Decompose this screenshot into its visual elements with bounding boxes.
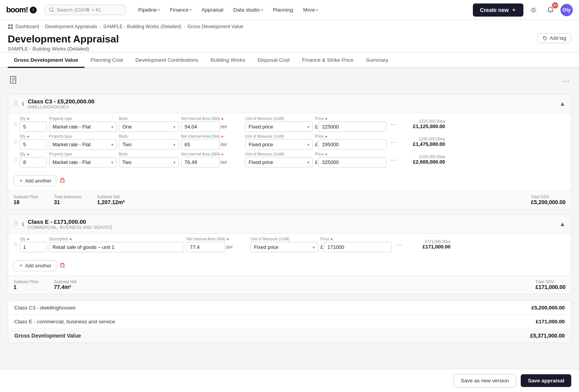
e-row1-desc-input[interactable] — [49, 242, 184, 252]
svg-rect-14 — [11, 24, 13, 26]
c3-row2-uom-label: Unit of Measure (UoM) — [245, 134, 313, 139]
c3-row3-proptype-label: Property type — [49, 152, 117, 156]
c3-row2-beds-select[interactable]: Two — [119, 139, 179, 150]
section-more-icon[interactable]: ⋯ — [562, 76, 570, 86]
tab-building-works[interactable]: Building Works — [204, 53, 251, 68]
c3-sub-plots-value: 18 — [14, 199, 39, 205]
create-new-button[interactable]: Create new ＋ — [473, 3, 523, 17]
breadcrumb-current: Gross Development Value — [188, 24, 244, 29]
nav-planning[interactable]: Planning — [268, 5, 298, 15]
c3-add-another-button[interactable]: ＋ Add another — [14, 175, 56, 186]
c3-row1-uom-select[interactable]: Fixed price — [245, 122, 313, 132]
e-collapse-button[interactable]: ▲ — [559, 221, 565, 228]
pipeline-chevron: ▾ — [158, 8, 160, 12]
nav-more[interactable]: More ▾ — [298, 5, 323, 15]
topnav: boom! ! Search (Ctrl/⌘ + K) Pipeline ▾ F… — [0, 0, 579, 20]
c3-row3-actions: ⋯ — [390, 156, 396, 164]
tab-dev-contributions[interactable]: Development Contributions — [129, 53, 205, 68]
e-row1-qty-label: Qty ★ — [20, 237, 47, 241]
e-row1-qty-input[interactable] — [20, 242, 47, 252]
user-avatar[interactable]: Oly — [560, 4, 573, 16]
c3-row1-nia-input[interactable] — [181, 122, 220, 132]
c3-row2-proptype-select[interactable]: Market rate - Flat — [49, 139, 117, 150]
e-row1-price-input[interactable] — [324, 242, 392, 252]
c3-row2-qty-label: Qty ★ — [20, 134, 47, 139]
nav-pipeline[interactable]: Pipeline ▾ — [134, 5, 164, 15]
e-delete-button[interactable] — [59, 262, 65, 269]
c3-row1-proptype-select[interactable]: Market rate - Flat — [49, 122, 117, 132]
c3-delete-button[interactable] — [59, 177, 65, 184]
c3-row3-proptype-select[interactable]: Market rate - Flat — [49, 157, 117, 167]
tab-planning-cost[interactable]: Planning Cost — [85, 53, 129, 68]
c3-row2-qty-group: Qty ★ — [20, 134, 47, 150]
breadcrumb-sample[interactable]: SAMPLE - Building Works (Detailed) — [103, 24, 181, 29]
c3-row3-nia-wrap: /m² — [181, 157, 243, 167]
c3-sub-plots: Subtotal Plots 18 — [14, 194, 39, 205]
e-info-icon[interactable]: ℹ — [22, 221, 24, 227]
c3-row3-nia-input[interactable] — [181, 157, 220, 167]
c3-row2-nia-input[interactable] — [181, 139, 220, 150]
e-row1-drag[interactable]: ⠿ — [14, 242, 17, 248]
c3-info-icon[interactable]: ℹ — [22, 101, 24, 107]
c3-value: - £5,200,000.00 — [54, 98, 95, 105]
c3-sub-beds: Total bedrooms 31 — [54, 194, 82, 205]
c3-row3-drag[interactable]: ⠿ — [14, 157, 17, 163]
theme-toggle-button[interactable] — [527, 3, 540, 17]
c3-drag-handle[interactable]: ⠿ — [14, 100, 18, 107]
c3-row2-qty-input[interactable] — [20, 139, 47, 150]
c3-row3-qty-input[interactable] — [20, 157, 47, 167]
e-rows: ⠿ Qty ★ Description ★ Net Internal Area … — [8, 234, 571, 258]
c3-row1-qty-input[interactable] — [20, 122, 47, 132]
e-row1-more-button[interactable]: ⋯ — [396, 241, 402, 248]
summary-total-label: Gross Development Value — [14, 333, 530, 339]
c3-row1-price-input[interactable] — [318, 122, 386, 132]
c3-row2-drag[interactable]: ⠿ — [14, 139, 17, 145]
c3-row1-more-button[interactable]: ⋯ — [390, 121, 396, 128]
c3-row2-beds-label: Beds — [119, 134, 179, 139]
c3-row1-drag[interactable]: ⠿ — [14, 121, 17, 127]
e-add-another-button[interactable]: ＋ Add another — [14, 260, 56, 271]
c3-row1-qty-group: Qty ★ — [20, 117, 47, 132]
tab-disposal-cost[interactable]: Disposal Cost — [251, 53, 296, 68]
page-title: Development Appraisal — [8, 33, 119, 45]
c3-row2-price-input[interactable] — [318, 139, 386, 150]
c3-row2-uom-select[interactable]: Fixed price — [245, 139, 313, 150]
e-row1-uom-select[interactable]: Fixed price — [251, 242, 318, 252]
nav-datastudio[interactable]: Data studio ▾ — [229, 5, 267, 15]
c3-collapse-button[interactable]: ▲ — [559, 100, 565, 107]
add-tag-button[interactable]: Add tag — [538, 33, 571, 43]
e-row1-nia-input[interactable] — [186, 242, 225, 252]
c3-row2-nia-group: Net Internal Area (NIA) ★ /m² — [181, 134, 243, 150]
e-drag-handle[interactable]: ⠿ — [14, 220, 18, 228]
e-class-title: Class E - £171,000.00 — [28, 218, 86, 225]
nav-finance[interactable]: Finance ▾ — [165, 5, 196, 15]
tab-summary[interactable]: Summary — [360, 53, 394, 68]
add-tag-label: Add tag — [550, 35, 566, 41]
c3-row1-proptype-group: Property type Market rate - Flat — [49, 117, 117, 132]
c3-row3-beds-select[interactable]: Two — [119, 157, 179, 167]
svg-line-10 — [535, 12, 535, 12]
c3-row3-more-button[interactable]: ⋯ — [390, 156, 396, 164]
c3-row2-nia-unit: /m² — [220, 142, 227, 147]
breadcrumb-dashboard[interactable]: Dashboard — [15, 24, 39, 29]
c3-row1-beds-select[interactable]: One — [119, 122, 179, 132]
nav-links: Pipeline ▾ Finance ▾ Appraisal Data stud… — [134, 5, 323, 15]
logo-icon: ! — [29, 6, 37, 14]
document-icon[interactable] — [9, 76, 18, 86]
nav-appraisal[interactable]: Appraisal — [197, 5, 228, 15]
svg-text:!: ! — [32, 8, 34, 12]
c3-row3-price-input[interactable] — [318, 157, 386, 167]
search-box[interactable]: Search (Ctrl/⌘ + K) — [45, 5, 126, 15]
c3-row1-uom-group: Unit of Measure (UoM) Fixed price — [245, 117, 313, 132]
c3-row3-uom-select[interactable]: Fixed price — [245, 157, 313, 167]
c3-sub-beds-value: 31 — [54, 199, 82, 205]
tabs: Gross Development Value Planning Cost De… — [0, 53, 579, 68]
bc-sep-2: › — [100, 24, 101, 29]
c3-row3-beds-group: Beds Two — [119, 152, 179, 167]
tab-finance[interactable]: Finance & Strike Price — [296, 53, 360, 68]
breadcrumb-dev-appraisals[interactable]: Development Appraisals — [45, 24, 97, 29]
c3-row2-nia-label: Net Internal Area (NIA) ★ — [181, 134, 243, 139]
c3-row3-nia-group: Net Internal Area (NIA) ★ /m² — [181, 152, 243, 167]
tab-gdv[interactable]: Gross Development Value — [8, 53, 85, 68]
c3-row2-more-button[interactable]: ⋯ — [390, 139, 396, 146]
